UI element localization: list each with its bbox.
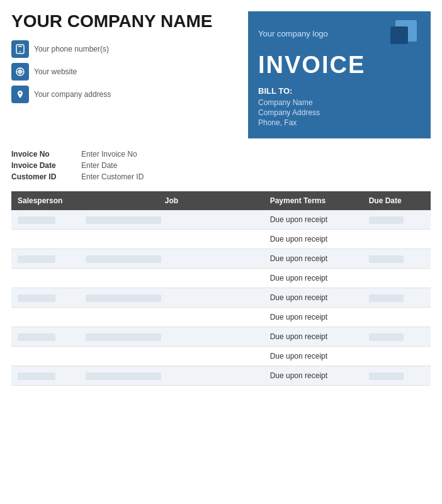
cell-job [79,327,263,347]
invoice-date-row: Invoice Date Enter Date [11,161,431,170]
cell-payment-terms: Due upon receipt [264,249,363,269]
invoice-no-row: Invoice No Enter Invoice No [11,150,431,159]
invoice-box: Your company logo INVOICE BILL TO: Compa… [248,11,431,138]
table-row: Due upon receipt [11,347,431,366]
invoice-date-label: Invoice Date [11,161,71,170]
cell-due-date [363,210,431,230]
invoice-date-value: Enter Date [81,161,117,170]
header-section: YOUR COMPANY NAME Your phone number(s) [11,11,431,138]
cell-salesperson [11,327,79,347]
table-row: Due upon receipt [11,288,431,308]
cell-due-date [363,308,431,327]
cell-salesperson [11,308,79,327]
cell-job [79,249,263,269]
company-info: YOUR COMPANY NAME Your phone number(s) [11,11,248,108]
cell-due-date [363,366,431,386]
table-row: Due upon receipt [11,327,431,347]
customer-id-row: Customer ID Enter Customer ID [11,172,431,181]
invoice-no-value: Enter Invoice No [81,150,137,159]
company-name: YOUR COMPANY NAME [11,11,248,31]
cell-job [79,288,263,308]
cell-payment-terms: Due upon receipt [264,308,363,327]
logo-row: Your company logo [258,20,421,47]
svg-rect-1 [18,46,22,47]
cell-due-date [363,347,431,366]
bill-to-label: BILL TO: [258,86,421,96]
cell-job [79,269,263,288]
cell-salesperson [11,230,79,249]
cell-payment-terms: Due upon receipt [264,327,363,347]
cell-due-date [363,269,431,288]
cell-payment-terms: Due upon receipt [264,269,363,288]
cell-job [79,347,263,366]
website-text: Your website [34,67,77,76]
cell-job [79,308,263,327]
table-row: Due upon receipt [11,308,431,327]
meta-section: Invoice No Enter Invoice No Invoice Date… [11,150,431,181]
cell-salesperson [11,269,79,288]
cell-payment-terms: Due upon receipt [264,366,363,386]
phone-row: Your phone number(s) [11,40,248,58]
table-row: Due upon receipt [11,210,431,230]
svg-point-2 [20,51,21,52]
logo-square-front [390,26,408,44]
table-row: Due upon receipt [11,269,431,288]
header-salesperson: Salesperson [11,191,79,210]
invoice-table: Salesperson Job Payment Terms Due Date D… [11,191,431,386]
table-row: Due upon receipt [11,366,431,386]
cell-payment-terms: Due upon receipt [264,230,363,249]
invoice-title: INVOICE [258,52,421,79]
cell-salesperson [11,288,79,308]
header-job: Job [79,191,263,210]
logo-label: Your company logo [258,29,328,38]
logo-icon [390,20,421,47]
phone-text: Your phone number(s) [34,45,109,53]
bill-to-phone-fax: Phone, Fax [258,118,421,127]
cell-due-date [363,288,431,308]
phone-icon [11,40,29,58]
cell-salesperson [11,366,79,386]
cell-job [79,366,263,386]
cell-salesperson [11,210,79,230]
cell-payment-terms: Due upon receipt [264,210,363,230]
svg-point-7 [20,92,21,94]
cell-payment-terms: Due upon receipt [264,347,363,366]
header-due-date: Due Date [363,191,431,210]
cell-due-date [363,249,431,269]
cell-salesperson [11,347,79,366]
bill-to-address: Company Address [258,108,421,117]
address-icon [11,86,29,103]
cell-payment-terms: Due upon receipt [264,288,363,308]
customer-id-label: Customer ID [11,172,71,181]
customer-id-value: Enter Customer ID [81,172,144,181]
cell-due-date [363,230,431,249]
invoice-no-label: Invoice No [11,150,71,159]
address-row: Your company address [11,86,248,103]
cell-salesperson [11,249,79,269]
table-header-row: Salesperson Job Payment Terms Due Date [11,191,431,210]
website-icon [11,63,29,81]
table-row: Due upon receipt [11,249,431,269]
cell-job [79,230,263,249]
bill-to-company-name: Company Name [258,98,421,107]
table-row: Due upon receipt [11,230,431,249]
cell-due-date [363,327,431,347]
cell-job [79,210,263,230]
header-payment-terms: Payment Terms [264,191,363,210]
website-row: Your website [11,63,248,81]
address-text: Your company address [34,90,111,99]
